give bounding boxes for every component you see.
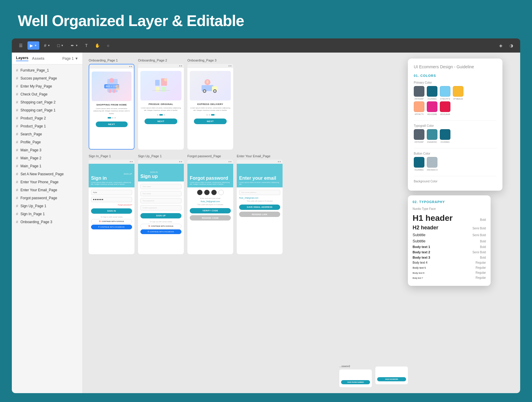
verify-code-button[interactable]: VERIFY CODE <box>190 208 231 213</box>
layer-item[interactable]: # Furniture_Page_1 <box>12 66 82 74</box>
layer-name: Search_Page <box>20 132 78 136</box>
otp-dot-3[interactable] <box>211 190 217 195</box>
page-selector[interactable]: Page 1 ▼ <box>62 56 78 61</box>
layers-tab[interactable]: Layers <box>16 56 28 61</box>
forgot-password-link[interactable]: Forgot password? <box>91 204 132 206</box>
signup-password-input[interactable]: Your password <box>140 198 181 203</box>
guideline-area: UI Ecommers Design - Guideline 01. COLOR… <box>408 59 514 286</box>
color-swatch <box>453 86 463 97</box>
signal-icon <box>278 161 279 162</box>
layer-name: Main_Page 2 <box>20 156 78 160</box>
body6-sample: Body text 6 <box>413 272 424 274</box>
next-button-3[interactable]: NEXT <box>194 119 227 124</box>
facebook-signin-button[interactable]: f CONTINUE WITH FACEBOOK <box>91 225 132 229</box>
layer-item[interactable]: # Forgot password_Page <box>12 194 82 202</box>
comment-tool-button[interactable]: ○ <box>105 41 112 50</box>
frame-indicator-icon: # <box>16 172 18 176</box>
layer-item[interactable]: # Main_Page 3 <box>12 146 82 154</box>
google-signup-button[interactable]: G CONTINUE WITH GOOGLE <box>140 224 181 228</box>
layer-item[interactable]: # Check Out_Page <box>12 90 82 98</box>
next-button-2[interactable]: NEXT <box>145 119 177 124</box>
signin-page-frame: SIGN UP Sign in Lorem ipsum dolor sit am… <box>89 160 134 254</box>
save-email-button[interactable]: SAVE EMAIL ADDRESS <box>239 205 280 210</box>
signup-email-input[interactable]: Your email <box>140 191 181 196</box>
layer-item[interactable]: # Enter Your Phone_Page <box>12 178 82 186</box>
shopping-illustration <box>100 74 124 98</box>
dot-inactive <box>112 117 113 119</box>
svg-rect-8 <box>156 87 159 92</box>
pen-tool-button[interactable]: ✒ ▼ <box>68 41 80 50</box>
layer-item[interactable]: # Onboarding_Page 3 <box>12 218 82 226</box>
resend-link-button[interactable]: RESEND LINK <box>239 212 280 217</box>
color-swatch <box>427 86 437 97</box>
layer-item[interactable]: # Profile_Page <box>12 138 82 146</box>
swatch-code: #57636F <box>414 141 424 143</box>
layer-item[interactable]: # Succes payment_Page <box>12 74 82 82</box>
layer-item[interactable]: # Shopping cart_Page 1 <box>12 106 82 114</box>
onboard-text-3: Lorem ipsum dolor sit amet, consectetur … <box>190 107 231 112</box>
layer-item[interactable]: # Main_Page 1 <box>12 162 82 170</box>
figma-icon-button[interactable]: ◈ <box>497 41 505 50</box>
otp-dot-2[interactable] <box>204 190 210 195</box>
layer-item[interactable]: # Product_Page 1 <box>12 122 82 130</box>
select-tool-button[interactable]: ▶ ▼ <box>27 41 39 50</box>
save-password-button[interactable]: SAVE PASSWORD <box>377 377 406 381</box>
resend-code-button[interactable]: RESEND CODE <box>190 215 231 221</box>
layer-item[interactable]: # Shopping cart_Page 2 <box>12 98 82 106</box>
signup-confirm-input[interactable]: Confirm password <box>140 205 181 210</box>
layer-item[interactable]: # Enter Your Email_Page <box>12 186 82 194</box>
frame-indicator-icon: # <box>16 100 18 104</box>
signin-link[interactable]: SIGN IN <box>140 171 158 173</box>
chevron-down-icon4: ▼ <box>75 44 78 47</box>
frame-indicator-icon: # <box>16 124 18 128</box>
page-background: Well Organized Layer & Editable ☰ ▶ ▼ # … <box>0 0 532 35</box>
layer-name: Shopping cart_Page 1 <box>20 108 78 112</box>
signup-name-input[interactable]: Your name <box>140 184 181 189</box>
layer-item[interactable]: # Set A New Password_Page <box>12 170 82 178</box>
layer-item[interactable]: # Sign Up_Page 1 <box>12 202 82 210</box>
otp-dot-4[interactable] <box>218 190 224 195</box>
layer-item[interactable]: # Main_Page 2 <box>12 154 82 162</box>
menu-button[interactable]: ☰ <box>17 41 25 50</box>
or-text-signin: Or Sign in with social media <box>91 216 132 218</box>
layer-name: Main_Page 3 <box>20 148 78 152</box>
swatch-item: #ACBAC3 <box>427 157 437 171</box>
onboarding-page-1-container: Onboarding_Page 1 265 × 230 <box>89 59 134 150</box>
frame-indicator-icon: # <box>16 92 18 96</box>
signup-link[interactable]: SIGN UP <box>91 173 132 175</box>
typo-color-label: Typografi Color <box>414 124 497 127</box>
theme-toggle-button[interactable]: ◑ <box>507 41 515 50</box>
frames-area: Onboarding_Page 1 265 × 230 <box>89 59 402 259</box>
layers-sidebar: Layers Assets Page 1 ▼ # Furniture_Page_… <box>12 53 83 393</box>
frame-indicator-icon: # <box>16 84 18 88</box>
password-input[interactable] <box>91 197 132 202</box>
onboard-illustration-1: 265 × 230 <box>92 72 132 101</box>
save-phone-button[interactable]: SAVE PHONE NUMBER <box>341 380 370 384</box>
email-address-input[interactable]: Your email address <box>239 190 280 195</box>
frame-indicator-icon: # <box>16 204 18 208</box>
comment-icon: ○ <box>107 43 109 48</box>
layer-item[interactable]: # Product_Page 2 <box>12 114 82 122</box>
onboarding-page-1-frame: 265 × 230 <box>89 64 134 150</box>
layer-item[interactable]: # Sign In_Page 1 <box>12 210 82 218</box>
progress-dots-2 <box>140 114 181 116</box>
layer-item[interactable]: # Search_Page <box>12 130 82 138</box>
name-input[interactable]: Rylle <box>91 190 132 195</box>
guideline-title: UI Ecommers Design - Guideline <box>414 64 497 69</box>
frame-tool-button[interactable]: # ▼ <box>42 41 53 50</box>
signup-button[interactable]: SIGN UP <box>140 213 181 218</box>
primary-colors-group: Primary Color #57636F #126881 <box>414 81 497 116</box>
google-signin-button[interactable]: G CONTINUE WITH GOOGLE <box>91 219 132 224</box>
assets-tab[interactable]: Assets <box>32 56 45 61</box>
text-tool-button[interactable]: T <box>83 41 90 50</box>
shape-tool-button[interactable]: □ ▼ <box>55 41 66 50</box>
layer-item[interactable]: # Enter My Pay_Page <box>12 82 82 90</box>
facebook-icon: f <box>148 231 148 233</box>
signin-button[interactable]: SIGN IN <box>91 208 132 214</box>
hand-tool-button[interactable]: ✋ <box>93 41 102 50</box>
facebook-signup-button[interactable]: f CONTINUE WITH FACEBOOK <box>140 229 181 234</box>
otp-dot-1[interactable] <box>197 190 202 195</box>
guideline-panel: UI Ecommers Design - Guideline 01. COLOR… <box>408 59 502 191</box>
signup-page-container: Sign Up_Page 1 SIGN IN <box>138 154 184 254</box>
next-button-1[interactable]: NEXT <box>96 121 128 127</box>
